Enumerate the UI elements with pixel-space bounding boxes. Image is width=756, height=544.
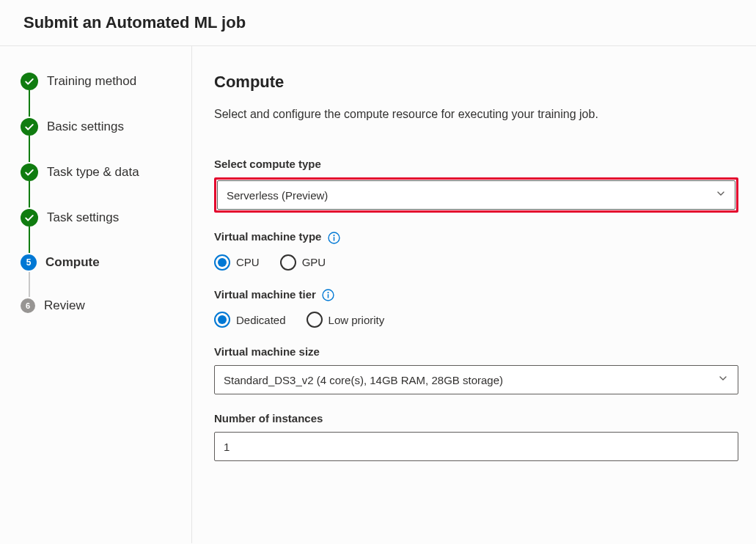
vm-type-label: Virtual machine type xyxy=(214,230,738,244)
compute-type-value: Serverless (Preview) xyxy=(227,189,328,202)
vm-tier-low-priority-radio[interactable]: Low priority xyxy=(307,312,385,328)
step-label: Basic settings xyxy=(47,120,124,134)
instances-input[interactable] xyxy=(214,432,738,461)
compute-type-label: Select compute type xyxy=(214,158,738,170)
step-basic-settings[interactable]: Basic settings xyxy=(21,118,177,163)
check-icon xyxy=(21,118,38,136)
step-number-icon: 6 xyxy=(21,298,35,313)
svg-rect-2 xyxy=(333,237,334,240)
compute-type-group: Select compute type Serverless (Preview) xyxy=(214,158,738,213)
step-training-method[interactable]: Training method xyxy=(21,73,177,118)
step-review[interactable]: 6 Review xyxy=(21,298,177,313)
svg-point-1 xyxy=(333,235,334,236)
step-number-icon: 5 xyxy=(21,254,37,271)
vm-size-select[interactable]: Standard_DS3_v2 (4 core(s), 14GB RAM, 28… xyxy=(214,365,738,394)
wizard-sidebar: Training method Basic settings Task type… xyxy=(0,46,192,543)
check-icon xyxy=(21,209,38,227)
radio-label: Low priority xyxy=(329,314,385,326)
vm-type-radio-row: CPU GPU xyxy=(214,254,738,271)
radio-icon xyxy=(214,312,230,328)
section-description: Select and configure the compute resourc… xyxy=(214,108,738,121)
info-icon[interactable] xyxy=(322,289,334,301)
radio-icon xyxy=(214,254,230,271)
info-icon[interactable] xyxy=(328,232,340,244)
radio-label: CPU xyxy=(236,256,260,268)
header: Submit an Automated ML job xyxy=(0,0,756,46)
vm-tier-radio-row: Dedicated Low priority xyxy=(214,312,738,328)
vm-type-group: Virtual machine type CPU GPU xyxy=(214,230,738,271)
svg-rect-5 xyxy=(328,294,329,298)
check-icon xyxy=(21,163,38,181)
step-label: Review xyxy=(44,298,85,313)
section-title: Compute xyxy=(214,73,738,92)
instances-group: Number of instances xyxy=(214,412,738,461)
radio-icon xyxy=(280,254,296,271)
vm-tier-label: Virtual machine tier xyxy=(214,288,738,302)
radio-icon xyxy=(307,312,323,328)
page-title: Submit an Automated ML job xyxy=(23,13,733,32)
step-label: Compute xyxy=(45,255,100,270)
body: Training method Basic settings Task type… xyxy=(0,46,756,543)
step-task-settings[interactable]: Task settings xyxy=(21,209,177,254)
step-task-type-data[interactable]: Task type & data xyxy=(21,163,177,209)
vm-type-cpu-radio[interactable]: CPU xyxy=(214,254,260,271)
step-list: Training method Basic settings Task type… xyxy=(21,73,177,313)
compute-type-select-wrap: Serverless (Preview) xyxy=(214,177,738,213)
instances-label: Number of instances xyxy=(214,412,738,424)
main-panel: Compute Select and configure the compute… xyxy=(192,46,756,543)
radio-label: Dedicated xyxy=(236,314,286,326)
vm-size-value: Standard_DS3_v2 (4 core(s), 14GB RAM, 28… xyxy=(224,374,503,386)
check-icon xyxy=(21,73,38,90)
radio-label: GPU xyxy=(302,256,326,268)
step-compute[interactable]: 5 Compute xyxy=(21,254,177,298)
svg-point-4 xyxy=(328,292,329,293)
vm-tier-group: Virtual machine tier Dedicated Low prior… xyxy=(214,288,738,328)
step-label: Task settings xyxy=(47,210,119,225)
vm-size-group: Virtual machine size Standard_DS3_v2 (4 … xyxy=(214,345,738,394)
step-label: Training method xyxy=(47,74,136,89)
vm-size-label: Virtual machine size xyxy=(214,345,738,358)
vm-type-gpu-radio[interactable]: GPU xyxy=(280,254,326,271)
vm-size-select-wrap: Standard_DS3_v2 (4 core(s), 14GB RAM, 28… xyxy=(214,365,738,394)
step-label: Task type & data xyxy=(47,165,139,180)
compute-type-select[interactable]: Serverless (Preview) xyxy=(217,180,735,210)
vm-tier-dedicated-radio[interactable]: Dedicated xyxy=(214,312,286,328)
